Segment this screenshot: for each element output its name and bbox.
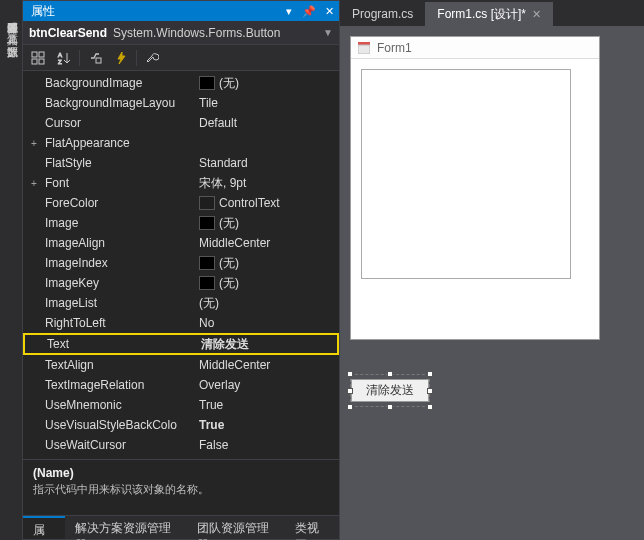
- svg-rect-2: [32, 59, 37, 64]
- property-row[interactable]: FlatStyleStandard: [23, 153, 339, 173]
- panel-tab[interactable]: 属性: [23, 516, 65, 539]
- property-row[interactable]: BackgroundImage(无): [23, 73, 339, 93]
- chevron-down-icon[interactable]: ▼: [323, 27, 333, 38]
- properties-icon[interactable]: [84, 48, 106, 68]
- property-row[interactable]: +FlatAppearance: [23, 133, 339, 153]
- side-tab-datasources[interactable]: 数据源: [0, 32, 22, 44]
- resize-handle-e[interactable]: [427, 388, 433, 394]
- property-row[interactable]: ImageList(无): [23, 293, 339, 313]
- property-value[interactable]: MiddleCenter: [199, 236, 339, 250]
- property-row[interactable]: RightToLeftNo: [23, 313, 339, 333]
- selection-outline[interactable]: 清除发送: [350, 374, 430, 407]
- btnclearsend-control[interactable]: 清除发送: [351, 379, 429, 402]
- property-value[interactable]: (无): [199, 275, 339, 292]
- property-value[interactable]: True: [199, 418, 339, 432]
- resize-handle-s[interactable]: [387, 404, 393, 410]
- property-row[interactable]: ImageKey(无): [23, 273, 339, 293]
- resize-handle-se[interactable]: [427, 404, 433, 410]
- dropdown-icon[interactable]: ▾: [279, 5, 299, 18]
- resize-handle-n[interactable]: [387, 371, 393, 377]
- events-icon[interactable]: [110, 48, 132, 68]
- panel-header: 属性 ▾ 📌 ✕: [23, 1, 339, 21]
- panel-tab[interactable]: 解决方案资源管理器: [65, 516, 186, 539]
- property-row[interactable]: CursorDefault: [23, 113, 339, 133]
- selected-object-type: System.Windows.Forms.Button: [113, 26, 280, 40]
- svg-text:Z: Z: [58, 59, 62, 65]
- color-swatch: [199, 76, 215, 90]
- document-tab[interactable]: Program.cs: [340, 2, 425, 26]
- property-name: FlatStyle: [41, 156, 199, 170]
- panel-control[interactable]: [361, 69, 571, 279]
- property-row[interactable]: UseVisualStyleBackColoTrue: [23, 415, 339, 435]
- property-grid[interactable]: BackgroundImage(无)BackgroundImageLayouTi…: [23, 71, 339, 459]
- property-row[interactable]: UseMnemonicTrue: [23, 395, 339, 415]
- property-row[interactable]: Text清除发送: [23, 333, 339, 355]
- property-value[interactable]: MiddleCenter: [199, 358, 339, 372]
- property-value[interactable]: Default: [199, 116, 339, 130]
- property-name: UseVisualStyleBackColo: [41, 418, 199, 432]
- properties-toolbar: AZ: [23, 45, 339, 71]
- side-tab-toolbox[interactable]: 工具箱: [0, 20, 22, 32]
- resize-handle-w[interactable]: [347, 388, 353, 394]
- help-title: (Name): [33, 466, 329, 480]
- property-value[interactable]: ControlText: [199, 196, 339, 210]
- resize-handle-sw[interactable]: [347, 404, 353, 410]
- property-value[interactable]: (无): [199, 215, 339, 232]
- pin-icon[interactable]: 📌: [299, 5, 319, 18]
- wrench-icon[interactable]: [141, 48, 163, 68]
- panel-tab[interactable]: 团队资源管理器: [187, 516, 286, 539]
- property-value[interactable]: No: [199, 316, 339, 330]
- property-row[interactable]: TextImageRelationOverlay: [23, 375, 339, 395]
- side-tab-server-explorer[interactable]: 服务器资源管理器: [0, 8, 22, 20]
- help-pane: (Name) 指示代码中用来标识该对象的名称。: [23, 459, 339, 515]
- property-row[interactable]: ForeColorControlText: [23, 193, 339, 213]
- design-surface[interactable]: Form1 清除发送: [340, 26, 644, 540]
- svg-rect-8: [358, 45, 370, 54]
- property-row[interactable]: Image(无): [23, 213, 339, 233]
- property-row[interactable]: UseWaitCursorFalse: [23, 435, 339, 455]
- resize-handle-ne[interactable]: [427, 371, 433, 377]
- property-value[interactable]: Standard: [199, 156, 339, 170]
- property-value[interactable]: (无): [199, 75, 339, 92]
- object-selector[interactable]: btnClearSend System.Windows.Forms.Button…: [23, 21, 339, 45]
- close-icon[interactable]: ✕: [319, 5, 339, 18]
- panel-tab[interactable]: 类视图: [285, 516, 339, 539]
- color-swatch: [199, 196, 215, 210]
- property-row[interactable]: TextAlignMiddleCenter: [23, 355, 339, 375]
- property-value-text: Default: [199, 116, 237, 130]
- close-icon[interactable]: ✕: [532, 8, 541, 21]
- property-value-text: Overlay: [199, 378, 240, 392]
- property-value[interactable]: False: [199, 438, 339, 452]
- form-body[interactable]: [351, 59, 599, 339]
- property-value-text: False: [199, 438, 228, 452]
- resize-handle-nw[interactable]: [347, 371, 353, 377]
- property-value[interactable]: (无): [199, 295, 339, 312]
- property-value-text: 清除发送: [201, 336, 249, 353]
- property-name: RightToLeft: [41, 316, 199, 330]
- property-row[interactable]: +Font宋体, 9pt: [23, 173, 339, 193]
- panel-title: 属性: [31, 3, 55, 20]
- form-icon: [357, 41, 371, 55]
- property-value-text: No: [199, 316, 214, 330]
- property-row[interactable]: ImageAlignMiddleCenter: [23, 233, 339, 253]
- property-value[interactable]: 宋体, 9pt: [199, 175, 339, 192]
- property-row[interactable]: BackgroundImageLayouTile: [23, 93, 339, 113]
- property-row[interactable]: ImageIndex(无): [23, 253, 339, 273]
- form-window[interactable]: Form1: [350, 36, 600, 340]
- categorized-icon[interactable]: [27, 48, 49, 68]
- alphabetical-icon[interactable]: AZ: [53, 48, 75, 68]
- property-value[interactable]: True: [199, 398, 339, 412]
- property-value[interactable]: Overlay: [199, 378, 339, 392]
- property-value[interactable]: 清除发送: [201, 336, 337, 353]
- property-name: TextImageRelation: [41, 378, 199, 392]
- document-tab[interactable]: Form1.cs [设计]*✕: [425, 2, 553, 26]
- property-value-text: Tile: [199, 96, 218, 110]
- property-name: Cursor: [41, 116, 199, 130]
- color-swatch: [199, 216, 215, 230]
- expand-icon[interactable]: +: [27, 138, 41, 149]
- expand-icon[interactable]: +: [27, 178, 41, 189]
- property-value-text: True: [199, 418, 224, 432]
- property-value-text: True: [199, 398, 223, 412]
- property-value[interactable]: (无): [199, 255, 339, 272]
- property-value[interactable]: Tile: [199, 96, 339, 110]
